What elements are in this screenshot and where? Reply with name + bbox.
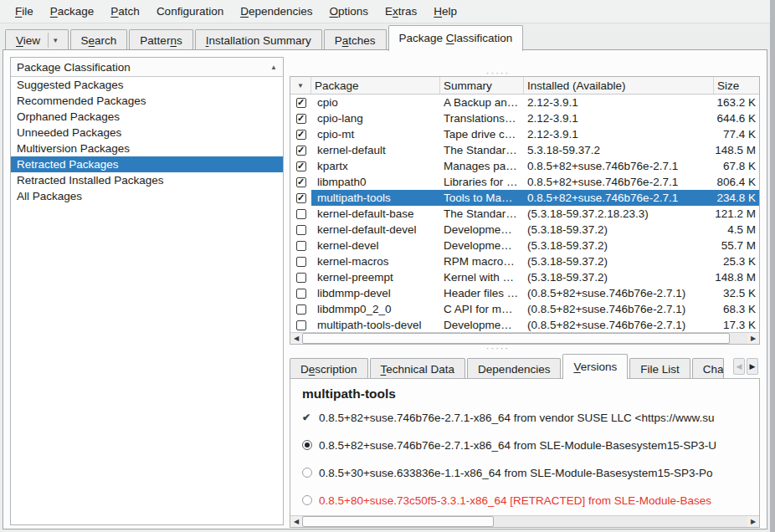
menu-item-file[interactable]: File xyxy=(7,2,42,21)
checkbox-unchecked-icon[interactable] xyxy=(296,320,306,330)
package-table-header: ▼PackageSummaryInstalled (Available)Size xyxy=(290,77,759,95)
column-header-summary[interactable]: Summary xyxy=(440,77,524,94)
menu-item-configuration[interactable]: Configuration xyxy=(148,2,232,21)
splitter-handle-top[interactable]: ····· xyxy=(469,70,527,76)
radio-unselected-icon[interactable] xyxy=(302,468,312,478)
sidebar-item-suggested-packages[interactable]: Suggested Packages xyxy=(11,77,283,93)
sidebar-item-retracted-packages[interactable]: Retracted Packages xyxy=(11,156,283,172)
package-size: 644.6 K xyxy=(714,110,759,126)
chevron-down-icon[interactable]: ▾ xyxy=(49,36,58,44)
checkbox-checked-icon[interactable]: ✓ xyxy=(296,177,306,187)
table-row[interactable]: kernel-default-develDevelopme…(5.3.18-59… xyxy=(290,222,759,238)
version-entry[interactable]: 0.8.5+82+suse.746b76e-2.7.1-x86_64 from … xyxy=(302,437,759,453)
checkbox-checked-icon[interactable]: ✓ xyxy=(296,98,306,108)
version-entry[interactable]: 0.8.5+80+suse.73c50f5-3.3.1-x86_64 [RETR… xyxy=(302,492,759,509)
table-row[interactable]: ✓kpartxManages pa…0.8.5+82+suse.746b76e-… xyxy=(290,158,759,174)
table-row[interactable]: kernel-macrosRPM macro…(5.3.18-59.37.2)2… xyxy=(290,253,759,269)
details-tab-file-list[interactable]: File List xyxy=(629,358,690,379)
column-header-installed-available-[interactable]: Installed (Available) xyxy=(524,77,714,94)
menu-item-options[interactable]: Options xyxy=(321,2,377,21)
checkbox-checked-icon[interactable]: ✓ xyxy=(296,161,306,171)
scrollbar-thumb[interactable] xyxy=(302,333,730,344)
details-tab-description[interactable]: Description xyxy=(290,358,368,379)
checkbox-unchecked-icon[interactable] xyxy=(296,209,306,219)
checkbox-unchecked-icon[interactable] xyxy=(296,241,306,251)
version-entry[interactable]: ✔0.8.5+82+suse.746b76e-2.7.1-x86_64 from… xyxy=(302,409,759,426)
version-entry[interactable]: 0.8.5+30+suse.633836e-1.1-x86_64 from SL… xyxy=(302,464,759,481)
details-tab-versions[interactable]: Versions xyxy=(562,354,628,379)
scroll-left-icon[interactable]: ◀ xyxy=(290,333,302,344)
scroll-right-icon[interactable]: ▶ xyxy=(747,333,759,344)
checkbox-column-header[interactable]: ▼ xyxy=(290,77,311,94)
column-header-package[interactable]: Package xyxy=(311,77,440,94)
package-name: kernel-devel xyxy=(311,238,440,253)
scrollbar-track[interactable] xyxy=(302,333,747,344)
table-row[interactable]: kernel-preemptKernel with …(5.3.18-59.37… xyxy=(290,269,759,285)
checkbox-unchecked-icon[interactable] xyxy=(296,257,306,267)
package-installed-version: (5.3.18-59.37.2) xyxy=(524,269,714,285)
sidebar-item-multiversion-packages[interactable]: Multiversion Packages xyxy=(11,141,283,156)
package-name: kpartx xyxy=(311,158,440,174)
table-row[interactable]: kernel-default-baseThe Standar…(5.3.18-5… xyxy=(290,206,759,222)
details-tab-dependencies[interactable]: Dependencies xyxy=(467,358,561,379)
table-row[interactable]: ✓kernel-defaultThe Standar…5.3.18-59.37.… xyxy=(290,142,759,158)
scrollbar-thumb[interactable] xyxy=(302,516,494,527)
tab-scroll-right-icon[interactable]: ▶ xyxy=(747,358,758,375)
table-row[interactable]: multipath-tools-develDevelopme…(0.8.5+82… xyxy=(290,317,759,333)
package-installed-version: (0.8.5+82+suse.746b76e-2.7.1) xyxy=(524,285,714,301)
radio-selected-icon[interactable] xyxy=(302,440,312,450)
column-header-size[interactable]: Size xyxy=(714,77,759,94)
menu-item-help[interactable]: Help xyxy=(425,2,465,21)
details-tab-cha[interactable]: Cha xyxy=(692,358,724,379)
table-row[interactable]: libdmmp0_2_0C API for m…(0.8.5+82+suse.7… xyxy=(290,301,759,317)
table-row[interactable]: ✓libmpath0Libraries for …0.8.5+82+suse.7… xyxy=(290,174,759,190)
package-table-hscrollbar[interactable]: ◀ ▶ xyxy=(290,332,759,344)
package-name: kernel-preempt xyxy=(311,269,440,285)
row-checkbox-cell xyxy=(290,269,311,285)
checkbox-unchecked-icon[interactable] xyxy=(296,304,306,315)
scroll-right-icon[interactable]: ▶ xyxy=(747,516,759,527)
table-row[interactable]: ✓cpio-mtTape drive c…2.12-3.9.177.4 K xyxy=(290,126,759,142)
table-row[interactable]: ✓cpioA Backup an…2.12-3.9.1163.2 K xyxy=(290,95,759,110)
table-row[interactable]: ✓multipath-toolsTools to Ma…0.8.5+82+sus… xyxy=(290,190,759,206)
table-row[interactable]: ✓cpio-langTranslations…2.12-3.9.1644.6 K xyxy=(290,110,759,126)
package-installed-version: 2.12-3.9.1 xyxy=(524,126,714,142)
table-row[interactable]: libdmmp-develHeader files …(0.8.5+82+sus… xyxy=(290,285,759,301)
tab-package-classification[interactable]: Package Classification xyxy=(388,25,524,51)
sidebar-item-recommended-packages[interactable]: Recommended Packages xyxy=(11,93,283,109)
scrollbar-track[interactable] xyxy=(302,516,747,527)
tab-installation-summary[interactable]: Installation Summary xyxy=(195,29,322,50)
package-installed-version: (5.3.18-59.37.2.18.23.3) xyxy=(524,206,714,222)
checkbox-checked-icon[interactable]: ✓ xyxy=(296,114,306,124)
scroll-left-icon[interactable]: ◀ xyxy=(290,516,302,527)
tab-search[interactable]: Search xyxy=(70,29,128,50)
sidebar-item-all-packages[interactable]: All Packages xyxy=(11,188,283,204)
versions-hscrollbar[interactable]: ◀ ▶ xyxy=(290,515,759,527)
checkbox-checked-icon[interactable]: ✓ xyxy=(296,146,306,156)
menu-item-patch[interactable]: Patch xyxy=(102,2,148,21)
sidebar-item-unneeded-packages[interactable]: Unneeded Packages xyxy=(11,125,283,141)
sidebar-item-retracted-installed-packages[interactable]: Retracted Installed Packages xyxy=(11,172,283,188)
checkbox-unchecked-icon[interactable] xyxy=(296,273,306,283)
splitter-handle-bottom[interactable]: ····· xyxy=(469,345,527,351)
version-text: 0.8.5+80+suse.73c50f5-3.3.1-x86_64 [RETR… xyxy=(319,494,711,507)
tab-scroll-left-icon[interactable]: ◀ xyxy=(733,358,745,375)
classification-list-header[interactable]: Package Classification ▲ xyxy=(11,58,283,77)
checkbox-unchecked-icon[interactable] xyxy=(296,289,306,299)
row-checkbox-cell: ✓ xyxy=(290,110,311,126)
menu-item-package[interactable]: Package xyxy=(42,2,103,21)
radio-unselected-icon[interactable] xyxy=(302,495,312,505)
row-checkbox-cell xyxy=(290,301,311,317)
menu-item-dependencies[interactable]: Dependencies xyxy=(232,2,321,21)
tab-patches[interactable]: Patches xyxy=(324,29,387,50)
checkbox-unchecked-icon[interactable] xyxy=(296,225,306,235)
checkbox-checked-icon[interactable]: ✓ xyxy=(296,130,306,140)
menu-item-extras[interactable]: Extras xyxy=(377,2,425,21)
table-row[interactable]: kernel-develDevelopme…(5.3.18-59.37.2)55… xyxy=(290,238,759,253)
details-tab-technical-data[interactable]: Technical Data xyxy=(370,358,466,379)
checkbox-checked-icon[interactable]: ✓ xyxy=(296,193,306,203)
package-summary: Developme… xyxy=(440,238,524,253)
tab-patterns[interactable]: Patterns xyxy=(129,29,192,50)
tab-view[interactable]: View▾ xyxy=(5,29,69,50)
sidebar-item-orphaned-packages[interactable]: Orphaned Packages xyxy=(11,109,283,125)
